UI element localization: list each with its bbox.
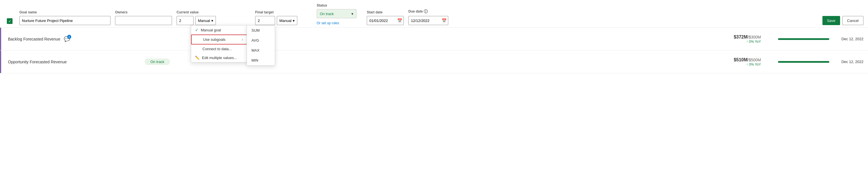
submenu-sum[interactable]: SUM — [247, 25, 275, 35]
row-left-border — [0, 28, 1, 50]
row-checkbox[interactable]: ✓ — [5, 18, 15, 25]
use-subgoals-label: Use subgoals — [203, 37, 225, 42]
row-2-progress-fill — [778, 61, 829, 63]
use-subgoals-arrow-icon: › — [242, 37, 243, 42]
status-chevron-icon: ▾ — [351, 12, 353, 16]
on-track-badge: On track — [145, 58, 170, 65]
current-value-method-label: Manual — [198, 19, 210, 23]
row-1-content: Backlog Forecasted Revenue 💬 1 $372M/$30… — [5, 34, 863, 44]
connect-data-label: Connect to data... — [203, 47, 232, 51]
table-row: Backlog Forecasted Revenue 💬 1 $372M/$30… — [0, 28, 868, 50]
submenu-min[interactable]: MIN — [247, 55, 275, 65]
goal-name-column: Goal name — [19, 10, 111, 25]
row-2-progress-bar — [778, 61, 829, 63]
goal-name-input[interactable] — [19, 16, 111, 25]
row-2-left-border — [0, 50, 1, 73]
final-target-method-label: Manual — [279, 19, 291, 23]
subgoals-submenu: SUM AVG MAX MIN — [247, 25, 275, 66]
owners-column: Owners — [115, 10, 172, 25]
submenu-avg[interactable]: AVG — [247, 35, 275, 45]
row-1-value-col: $372M/$300M ↑ 0% YoY — [236, 34, 761, 44]
row-2-value-sub: ↑ 0% YoY — [746, 62, 761, 67]
edit-multiple-label: Edit multiple values... — [202, 56, 237, 60]
current-value-method-dropdown[interactable]: Manual ▾ — [195, 16, 216, 25]
due-date-column: Due date ⓘ 📅 — [408, 9, 448, 25]
table-row: Opportunity Forecasted Revenue On track … — [0, 50, 868, 73]
manual-goal-check-icon: ✓ — [195, 28, 198, 32]
dropdown-item-edit-multiple[interactable]: ✏️ Edit multiple values... — [191, 53, 247, 62]
final-target-method-dropdown[interactable]: Manual ▾ — [277, 16, 297, 25]
row-2-value-main: $510M/$500M — [734, 57, 761, 62]
row-2-name-col: Opportunity Forecasted Revenue — [8, 60, 145, 64]
chevron-down-icon-2: ▾ — [293, 19, 295, 23]
row-1-comment-badge[interactable]: 💬 1 — [64, 36, 70, 42]
due-date-input[interactable] — [408, 16, 448, 25]
owners-input[interactable] — [115, 16, 172, 25]
final-target-column: Final target Manual ▾ — [255, 10, 312, 25]
status-dropdown[interactable]: On track ▾ — [317, 9, 356, 18]
dropdown-item-use-subgoals[interactable]: Use subgoals › — [191, 34, 247, 45]
save-button[interactable]: Save — [823, 16, 840, 25]
final-target-label: Final target — [255, 10, 312, 14]
goal-name-label: Goal name — [19, 10, 111, 14]
row-2-content: Opportunity Forecasted Revenue On track … — [5, 57, 863, 67]
submenu-max[interactable]: MAX — [247, 45, 275, 55]
dropdown-item-connect-data[interactable]: Connect to data... — [191, 45, 247, 53]
row-1-due-date: Dec 12, 2022 — [835, 37, 863, 41]
row-1-name-col: Backlog Forecasted Revenue 💬 1 — [8, 36, 145, 42]
cancel-button[interactable]: Cancel — [842, 16, 863, 25]
owners-label: Owners — [115, 10, 172, 14]
current-value-column: Current value Manual ▾ — [177, 10, 251, 25]
start-date-input[interactable] — [367, 16, 404, 25]
pencil-icon: ✏️ — [195, 56, 199, 60]
row-2-name: Opportunity Forecasted Revenue — [8, 60, 67, 64]
dropdown-item-manual-goal[interactable]: ✓ Manual goal — [191, 25, 247, 34]
start-date-label: Start date — [367, 10, 404, 14]
set-up-rules-link[interactable]: Or set up rules — [317, 21, 362, 25]
final-target-input[interactable] — [255, 16, 275, 25]
main-container: ✓ Goal name Owners Current value Manual … — [0, 0, 868, 178]
checkbox-checked-icon: ✓ — [7, 18, 12, 24]
due-date-info-icon[interactable]: ⓘ — [424, 9, 428, 14]
status-label: Status — [317, 3, 362, 7]
row-1-value-sub: ↑ 0% YoY — [746, 40, 761, 44]
chevron-down-icon: ▾ — [211, 19, 213, 23]
data-rows: Backlog Forecasted Revenue 💬 1 $372M/$30… — [0, 28, 868, 73]
row-2-value-col: $510M/$500M ↑ 0% YoY — [236, 57, 761, 67]
row-1-name: Backlog Forecasted Revenue — [8, 37, 60, 41]
status-value-label: On track — [320, 12, 334, 16]
dropdown-menu: ✓ Manual goal Use subgoals › Connect to … — [191, 25, 248, 62]
current-value-input[interactable] — [177, 16, 194, 25]
row-1-progress-bar — [778, 38, 829, 40]
form-actions: Save Cancel — [453, 16, 863, 25]
start-date-wrap: 📅 — [367, 16, 404, 25]
due-date-label: Due date ⓘ — [408, 9, 448, 14]
start-date-column: Start date 📅 — [367, 10, 404, 25]
current-value-label: Current value — [177, 10, 251, 14]
row-1-progress-fill — [778, 38, 829, 40]
status-column: Status On track ▾ Or set up rules — [317, 3, 362, 25]
header-row: ✓ Goal name Owners Current value Manual … — [0, 0, 868, 28]
manual-goal-label: Manual goal — [201, 28, 221, 32]
row-2-due-date: Dec 12, 2022 — [835, 60, 863, 64]
due-date-wrap: 📅 — [408, 16, 448, 25]
row-1-comment-count: 1 — [67, 35, 71, 39]
row-1-value-main: $372M/$300M — [734, 34, 761, 40]
